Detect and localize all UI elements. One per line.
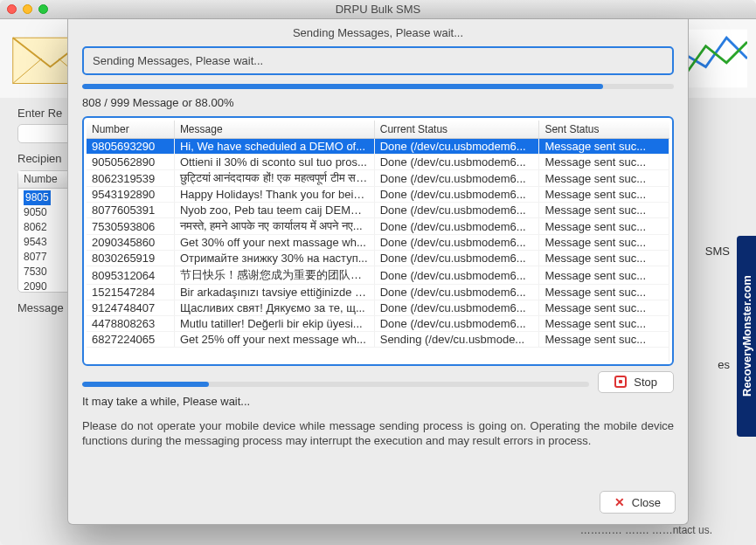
table-row[interactable]: 8077605391Nyob zoo, Peb tau teem caij DE… xyxy=(87,203,669,218)
cell-current: Done (/dev/cu.usbmodem6... xyxy=(374,155,539,170)
cell-current: Sending (/dev/cu.usbmode... xyxy=(374,332,539,348)
maximize-window-icon[interactable] xyxy=(38,4,48,14)
cell-sent: Message sent suc... xyxy=(539,187,669,203)
cell-sent: Message sent suc... xyxy=(539,218,669,235)
bg-sms-label: SMS xyxy=(705,245,730,258)
overall-progress xyxy=(82,84,674,89)
cell-number: 7530593806 xyxy=(87,218,174,235)
table-row[interactable]: 7530593806नमस्ते, हमने आपके नए कार्यालय … xyxy=(87,218,669,235)
table-row[interactable]: 8062319539छुट्टियां आनंददायक हों! एक महत… xyxy=(87,170,669,187)
cell-current: Done (/dev/cu.usbmodem6... xyxy=(374,300,539,316)
stop-label: Stop xyxy=(634,376,657,389)
cell-number: 1521547284 xyxy=(87,285,174,300)
cell-message: Nyob zoo, Peb tau teem caij DEMO... xyxy=(174,203,374,218)
cell-message: Ottieni il 30% di sconto sul tuo pros... xyxy=(174,155,374,170)
cell-number: 9805693290 xyxy=(87,139,174,155)
cell-message: Happy Holidays! Thank you for bein... xyxy=(174,187,374,203)
close-label: Close xyxy=(632,496,661,509)
cell-number: 9543192890 xyxy=(87,187,174,203)
item-progress-fill xyxy=(82,382,209,387)
wait-text: It may take a while, Please wait... xyxy=(82,395,674,408)
cell-number: 8077605391 xyxy=(87,203,174,218)
table-row[interactable]: 9805693290Hi, We have scheduled a DEMO o… xyxy=(87,139,669,155)
close-button[interactable]: ✕ Close xyxy=(600,491,676,514)
cell-sent: Message sent suc... xyxy=(539,251,669,266)
cell-message: Bir arkadaşınızı tavsiye ettiğinizde b..… xyxy=(174,285,374,300)
overall-progress-fill xyxy=(82,84,603,89)
cell-sent: Message sent suc... xyxy=(539,300,669,316)
cell-number: 8095312064 xyxy=(87,266,174,285)
cell-current: Done (/dev/cu.usbmodem6... xyxy=(374,187,539,203)
bg-help-text[interactable]: ………… ……. ……ntact us. xyxy=(580,524,712,536)
cell-sent: Message sent suc... xyxy=(539,285,669,300)
message-table: Number Message Current Status Sent Statu… xyxy=(82,116,674,366)
cell-current: Done (/dev/cu.usbmodem6... xyxy=(374,235,539,251)
titlebar: DRPU Bulk SMS xyxy=(0,0,756,19)
col-number[interactable]: Number xyxy=(87,121,174,139)
col-current-status[interactable]: Current Status xyxy=(374,121,539,139)
cell-current: Done (/dev/cu.usbmodem6... xyxy=(374,316,539,332)
window-title: DRPU Bulk SMS xyxy=(0,3,756,16)
cell-message: Get 25% off your next message wh... xyxy=(174,332,374,348)
cell-sent: Message sent suc... xyxy=(539,266,669,285)
cell-current: Done (/dev/cu.usbmodem6... xyxy=(374,170,539,187)
cell-sent: Message sent suc... xyxy=(539,139,669,155)
cell-sent: Message sent suc... xyxy=(539,235,669,251)
ribbon[interactable]: RecoveryMonster.com xyxy=(737,236,756,437)
cell-current: Done (/dev/cu.usbmodem6... xyxy=(374,266,539,285)
table-row[interactable]: 4478808263Mutlu tatiller! Değerli bir ek… xyxy=(87,316,669,332)
cell-current: Done (/dev/cu.usbmodem6... xyxy=(374,251,539,266)
cell-number: 8062319539 xyxy=(87,170,174,187)
table-row[interactable]: 6827224065Get 25% off your next message … xyxy=(87,332,669,348)
cell-current: Done (/dev/cu.usbmodem6... xyxy=(374,285,539,300)
cell-number: 4478808263 xyxy=(87,316,174,332)
minimize-window-icon[interactable] xyxy=(23,4,32,14)
cell-message: Get 30% off your next massage wh... xyxy=(174,235,374,251)
stop-icon xyxy=(614,376,627,388)
cell-sent: Message sent suc... xyxy=(539,332,669,348)
cell-number: 9050562890 xyxy=(87,155,174,170)
dialog-title: Sending Messages, Please wait... xyxy=(68,19,688,46)
table-row[interactable]: 9124748407Щасливих свят! Дякуємо за те, … xyxy=(87,300,669,316)
bg-es-label: es xyxy=(718,358,730,371)
table-row[interactable]: 9050562890Ottieni il 30% di sconto sul t… xyxy=(87,155,669,170)
cell-message: Отримайте знижку 30% на наступ... xyxy=(174,251,374,266)
cell-number: 9124748407 xyxy=(87,300,174,316)
notice-text: Please do not operate your mobile device… xyxy=(82,418,674,449)
cell-sent: Message sent suc... xyxy=(539,203,669,218)
table-row[interactable]: 2090345860Get 30% off your next massage … xyxy=(87,235,669,251)
sending-dialog: Sending Messages, Please wait... Sending… xyxy=(67,19,689,525)
status-box: Sending Messages, Please wait... xyxy=(82,46,674,75)
cell-message: Щасливих свят! Дякуємо за те, щ... xyxy=(174,300,374,316)
cell-sent: Message sent suc... xyxy=(539,170,669,187)
cell-message: नमस्ते, हमने आपके नए कार्यालय में अपने न… xyxy=(174,218,374,235)
table-row[interactable]: 9543192890Happy Holidays! Thank you for … xyxy=(87,187,669,203)
count-text: 808 / 999 Message or 88.00% xyxy=(82,96,674,109)
cell-message: Mutlu tatiller! Değerli bir ekip üyesi..… xyxy=(174,316,374,332)
cell-number: 8030265919 xyxy=(87,251,174,266)
table-row[interactable]: 1521547284Bir arkadaşınızı tavsiye ettiğ… xyxy=(87,285,669,300)
col-sent-status[interactable]: Sent Status xyxy=(539,121,669,139)
cell-current: Done (/dev/cu.usbmodem6... xyxy=(374,139,539,155)
table-row[interactable]: 8095312064节日快乐！感谢您成为重要的团队成...Done (/dev/… xyxy=(87,266,669,285)
cell-current: Done (/dev/cu.usbmodem6... xyxy=(374,218,539,235)
cell-current: Done (/dev/cu.usbmodem6... xyxy=(374,203,539,218)
col-message[interactable]: Message xyxy=(174,121,374,139)
stop-button[interactable]: Stop xyxy=(598,371,674,393)
table-row[interactable]: 8030265919Отримайте знижку 30% на наступ… xyxy=(87,251,669,266)
close-icon: ✕ xyxy=(614,495,625,509)
item-progress xyxy=(82,382,589,387)
cell-sent: Message sent suc... xyxy=(539,316,669,332)
close-window-icon[interactable] xyxy=(7,4,17,14)
cell-sent: Message sent suc... xyxy=(539,155,669,170)
cell-message: 节日快乐！感谢您成为重要的团队成... xyxy=(174,266,374,285)
cell-number: 6827224065 xyxy=(87,332,174,348)
cell-number: 2090345860 xyxy=(87,235,174,251)
cell-message: छुट्टियां आनंददायक हों! एक महत्वपूर्ण टी… xyxy=(174,170,374,187)
cell-message: Hi, We have scheduled a DEMO of... xyxy=(174,139,374,155)
